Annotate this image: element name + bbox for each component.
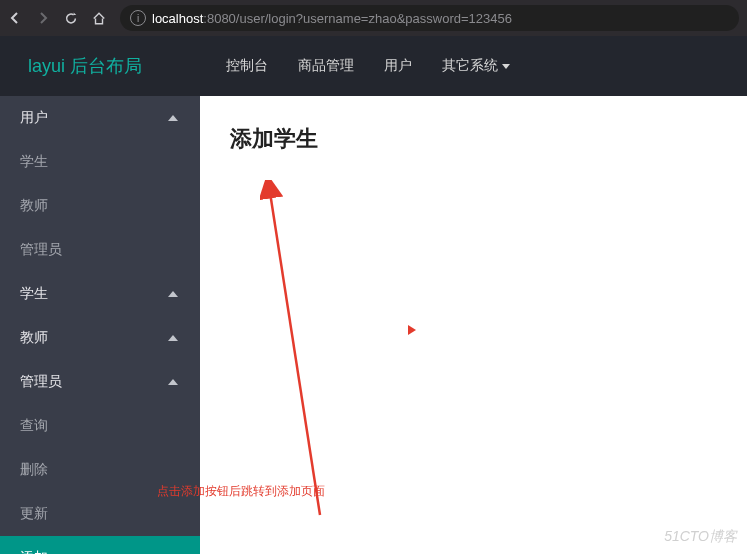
reload-button[interactable] — [64, 11, 78, 25]
nav-user[interactable]: 用户 — [384, 57, 412, 75]
nav-other-systems[interactable]: 其它系统 — [442, 57, 510, 75]
sidebar-item-admin[interactable]: 管理员 — [0, 228, 200, 272]
sidebar-item-label: 删除 — [20, 461, 48, 479]
nav-console[interactable]: 控制台 — [226, 57, 268, 75]
forward-button[interactable] — [36, 11, 50, 25]
nav-product[interactable]: 商品管理 — [298, 57, 354, 75]
watermark: 51CTO博客 — [664, 528, 737, 546]
sidebar-group-teacher[interactable]: 教师 — [0, 316, 200, 360]
chevron-up-icon — [168, 335, 178, 341]
sidebar-item-label: 用户 — [20, 109, 48, 127]
browser-toolbar: i localhost:8080/user/login?username=zha… — [0, 0, 747, 36]
chevron-up-icon — [168, 379, 178, 385]
chevron-up-icon — [168, 115, 178, 121]
sidebar-group-admin[interactable]: 管理员 — [0, 360, 200, 404]
sidebar-group-student[interactable]: 学生 — [0, 272, 200, 316]
top-nav: 控制台 商品管理 用户 其它系统 — [200, 57, 510, 75]
sidebar-item-label: 学生 — [20, 153, 48, 171]
chevron-down-icon — [502, 64, 510, 69]
sidebar-item-label: 教师 — [20, 329, 48, 347]
annotation-marker-icon — [408, 325, 416, 335]
sidebar-item-label: 管理员 — [20, 373, 62, 391]
sidebar-item-label: 学生 — [20, 285, 48, 303]
sidebar-item-add[interactable]: 添加 — [0, 536, 200, 554]
chevron-up-icon — [168, 291, 178, 297]
home-button[interactable] — [92, 11, 106, 25]
sidebar-item-label: 查询 — [20, 417, 48, 435]
sidebar-item-teacher[interactable]: 教师 — [0, 184, 200, 228]
address-bar[interactable]: i localhost:8080/user/login?username=zha… — [120, 5, 739, 31]
url-text: localhost:8080/user/login?username=zhao&… — [152, 11, 512, 26]
page-title: 添加学生 — [230, 124, 717, 154]
sidebar-item-label: 管理员 — [20, 241, 62, 259]
back-button[interactable] — [8, 11, 22, 25]
app-header: layui 后台布局 控制台 商品管理 用户 其它系统 — [0, 36, 747, 96]
sidebar-item-label: 更新 — [20, 505, 48, 523]
sidebar-item-query[interactable]: 查询 — [0, 404, 200, 448]
sidebar-item-label: 教师 — [20, 197, 48, 215]
sidebar-item-label: 添加 — [20, 549, 48, 554]
sidebar-item-student[interactable]: 学生 — [0, 140, 200, 184]
site-info-icon[interactable]: i — [130, 10, 146, 26]
sidebar-group-user[interactable]: 用户 — [0, 96, 200, 140]
brand-title: layui 后台布局 — [0, 54, 200, 78]
annotation-text: 点击添加按钮后跳转到添加页面 — [157, 483, 325, 500]
